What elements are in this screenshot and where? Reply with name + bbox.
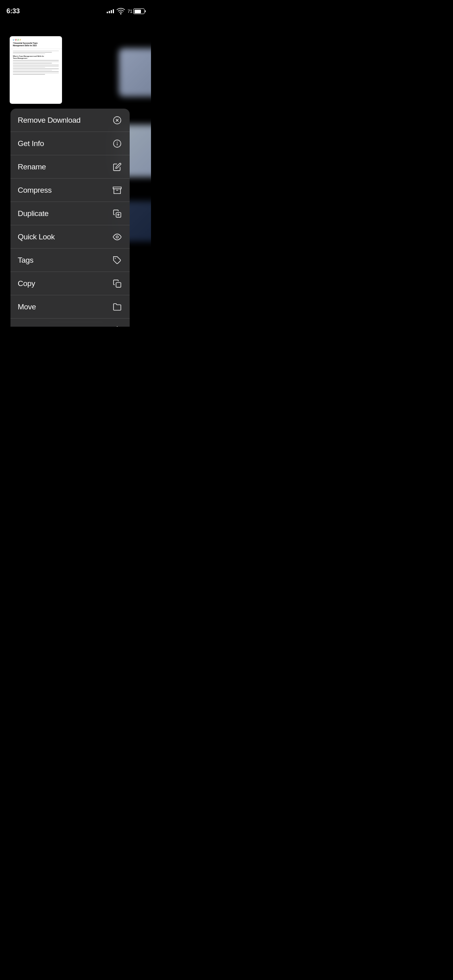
menu-label-rename: Rename <box>18 163 46 171</box>
document-thumbnail: U B D F 7 Essential Successful TeamManag… <box>10 36 62 104</box>
status-time: 6:33 <box>6 7 20 15</box>
blur-preview-1 <box>119 48 151 97</box>
svg-point-0 <box>120 13 121 14</box>
menu-item-quick-look[interactable]: Quick Look <box>10 225 130 249</box>
share-icon <box>112 325 122 327</box>
wifi-icon <box>116 6 125 16</box>
menu-label-copy: Copy <box>18 279 35 288</box>
menu-label-tags: Tags <box>18 256 33 265</box>
svg-rect-7 <box>113 187 121 189</box>
menu-item-remove-download[interactable]: Remove Download <box>10 109 130 132</box>
eye-icon <box>112 232 122 242</box>
archive-icon <box>112 185 122 196</box>
svg-rect-14 <box>116 282 121 287</box>
menu-label-remove-download: Remove Download <box>18 116 81 125</box>
battery-icon: 71 <box>128 8 145 14</box>
menu-label-duplicate: Duplicate <box>18 209 49 218</box>
menu-label-compress: Compress <box>18 186 52 195</box>
menu-label-get-info: Get Info <box>18 139 44 148</box>
menu-item-get-info[interactable]: Get Info <box>10 132 130 155</box>
menu-item-copy[interactable]: Copy <box>10 272 130 295</box>
menu-label-share: Share <box>18 326 37 327</box>
menu-label-quick-look: Quick Look <box>18 233 55 241</box>
menu-item-share[interactable]: Share <box>10 319 130 327</box>
menu-item-move[interactable]: Move <box>10 295 130 319</box>
x-circle-icon <box>112 115 122 126</box>
pencil-icon <box>112 162 122 172</box>
signal-icon <box>107 9 114 13</box>
menu-item-rename[interactable]: Rename <box>10 155 130 179</box>
menu-item-tags[interactable]: Tags <box>10 249 130 272</box>
svg-point-12 <box>116 236 118 238</box>
folder-icon <box>112 302 122 312</box>
status-icons: 71 <box>107 6 145 16</box>
doc-title: 7 Essential Successful TeamManagement Sk… <box>13 42 59 47</box>
context-menu: Remove Download Get Info Rename Compress <box>10 109 130 327</box>
menu-item-compress[interactable]: Compress <box>10 179 130 202</box>
menu-item-duplicate[interactable]: Duplicate <box>10 202 130 225</box>
tag-icon <box>112 255 122 266</box>
copy-icon <box>112 278 122 289</box>
doc-logo: U B D F <box>13 39 59 41</box>
status-bar: 6:33 71 <box>0 0 151 18</box>
info-circle-icon <box>112 138 122 149</box>
menu-label-move: Move <box>18 303 36 311</box>
duplicate-icon <box>112 208 122 219</box>
